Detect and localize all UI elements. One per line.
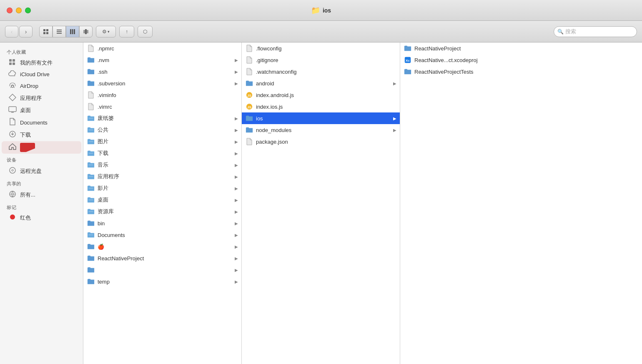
sidebar-item-icloud[interactable]: iCloud Drive bbox=[2, 69, 81, 80]
chevron-down-icon: ▾ bbox=[108, 30, 110, 34]
maximize-button[interactable] bbox=[25, 7, 31, 13]
file-name: ReactNativeProject bbox=[98, 255, 233, 262]
file-row-applications[interactable]: 应用程序▶ bbox=[83, 171, 241, 182]
sidebar-item-desktop[interactable]: 桌面 bbox=[2, 105, 81, 116]
sidebar-item-airdrop[interactable]: AirDrop bbox=[2, 80, 81, 92]
file-row-documents-folder[interactable]: Documents▶ bbox=[83, 229, 241, 241]
minimize-button[interactable] bbox=[16, 7, 22, 13]
sidebar-item-remote-disc[interactable]: 远程光盘 bbox=[2, 165, 81, 177]
chevron-icon: ▶ bbox=[393, 128, 396, 132]
svg-text:JS: JS bbox=[247, 105, 251, 109]
chevron-icon: ▶ bbox=[393, 81, 396, 86]
folder-icon bbox=[87, 242, 95, 251]
chevron-icon: ▶ bbox=[235, 128, 238, 132]
file-row-ssh[interactable]: .ssh▶ bbox=[83, 66, 241, 77]
back-button[interactable]: ‹ bbox=[5, 26, 18, 37]
share-button[interactable]: ↑ bbox=[119, 26, 134, 37]
file-icon bbox=[87, 102, 95, 111]
chevron-icon: ▶ bbox=[393, 116, 396, 121]
file-icon bbox=[87, 44, 95, 52]
nav-group: ‹ › bbox=[5, 26, 33, 37]
action-group-button[interactable]: ⚙ ▾ bbox=[96, 26, 116, 37]
file-row-node-modules[interactable]: node_modules▶ bbox=[242, 124, 400, 136]
file-row-watchmanconfig[interactable]: .watchmanconfig bbox=[242, 66, 400, 77]
file-row-flowconfig[interactable]: .flowconfig bbox=[242, 42, 400, 54]
chevron-icon: ▶ bbox=[235, 116, 238, 121]
view-column-button[interactable] bbox=[66, 26, 79, 37]
view-icon-button[interactable] bbox=[39, 26, 53, 37]
close-button[interactable] bbox=[7, 7, 13, 13]
file-row-vimrc[interactable]: .vimrc bbox=[83, 101, 241, 112]
red-tag-icon bbox=[8, 214, 17, 222]
folder-icon bbox=[404, 67, 412, 76]
chevron-icon: ▶ bbox=[235, 70, 238, 74]
file-row-package-json[interactable]: package.json bbox=[242, 136, 400, 147]
forward-button[interactable]: › bbox=[19, 26, 33, 37]
file-row-music[interactable]: 音乐▶ bbox=[83, 159, 241, 171]
sidebar-item-red-tag[interactable]: 红色 bbox=[2, 212, 81, 223]
file-row-desktop-folder[interactable]: 桌面▶ bbox=[83, 194, 241, 206]
file-row-emoji-folder[interactable]: 🍎▶ bbox=[83, 241, 241, 252]
sidebar-item-downloads[interactable]: 下载 bbox=[2, 129, 81, 141]
folder-special-icon bbox=[87, 207, 95, 216]
file-row-rn-project-folder[interactable]: ReactNativeProject bbox=[400, 42, 642, 54]
column-1: .npmrc.nvm▶.ssh▶.subversion▶.viminfo.vim… bbox=[83, 42, 242, 364]
sidebar: 个人收藏 我的所有文件 iCloud Drive AirDrop 应用程序 bbox=[0, 42, 83, 364]
file-row-trash[interactable]: 废纸篓▶ bbox=[83, 112, 241, 124]
file-row-rn-tests[interactable]: ReactNativeProjectTests bbox=[400, 66, 642, 77]
file-row-react-native-project[interactable]: ReactNativeProject▶ bbox=[83, 252, 241, 264]
folder-special-icon bbox=[87, 196, 95, 204]
search-box[interactable]: 🔍 搜索 bbox=[554, 26, 637, 37]
file-row-index-ios[interactable]: JSindex.ios.js bbox=[242, 101, 400, 112]
sidebar-item-documents[interactable]: Documents bbox=[2, 116, 81, 129]
file-row-rn-xcodeproj[interactable]: XcReactNative...ct.xcodeproj bbox=[400, 54, 642, 66]
gear-icon: ⚙ bbox=[102, 29, 107, 35]
folder-special-icon bbox=[87, 137, 95, 146]
sidebar-item-all-shared[interactable]: 所有... bbox=[2, 189, 81, 201]
svg-rect-1 bbox=[46, 29, 48, 31]
svg-rect-9 bbox=[74, 29, 75, 34]
search-placeholder: 搜索 bbox=[565, 28, 576, 35]
folder-icon bbox=[87, 266, 95, 274]
file-row-subversion[interactable]: .subversion▶ bbox=[83, 77, 241, 89]
home-icon bbox=[8, 143, 17, 152]
file-row-bin[interactable]: bin▶ bbox=[83, 217, 241, 229]
svg-rect-8 bbox=[72, 29, 73, 34]
file-row-redsticker-folder[interactable]: ▶ bbox=[83, 264, 241, 276]
file-icon bbox=[245, 44, 253, 52]
sidebar-label-apps: 应用程序 bbox=[20, 95, 42, 102]
view-list-button[interactable] bbox=[53, 26, 66, 37]
window-title: 📁 ios bbox=[311, 6, 331, 15]
file-row-index-android[interactable]: JSindex.android.js bbox=[242, 89, 400, 101]
folder-icon bbox=[87, 56, 95, 64]
file-row-movies[interactable]: 影片▶ bbox=[83, 182, 241, 194]
sidebar-label-airdrop: AirDrop bbox=[20, 83, 38, 89]
file-row-gitignore[interactable]: .gitignore bbox=[242, 54, 400, 66]
sidebar-item-all-files[interactable]: 我的所有文件 bbox=[2, 57, 81, 69]
file-row-resources[interactable]: 资源库▶ bbox=[83, 206, 241, 217]
folder-special-icon bbox=[87, 114, 95, 122]
svg-rect-13 bbox=[9, 59, 12, 62]
file-row-temp[interactable]: temp▶ bbox=[83, 276, 241, 287]
sidebar-item-apps[interactable]: 应用程序 bbox=[2, 92, 81, 105]
titlebar: 📁 ios bbox=[0, 0, 642, 21]
chevron-icon: ▶ bbox=[235, 268, 238, 272]
file-row-downloads-folder[interactable]: 下载▶ bbox=[83, 147, 241, 159]
sidebar-label-downloads: 下载 bbox=[20, 131, 31, 139]
tag-button[interactable]: ⬡ bbox=[138, 26, 153, 37]
file-row-viminfo[interactable]: .viminfo bbox=[83, 89, 241, 101]
file-row-npmrc[interactable]: .npmrc bbox=[83, 42, 241, 54]
chevron-icon: ▶ bbox=[235, 163, 238, 167]
file-row-ios[interactable]: ios▶ bbox=[242, 112, 400, 124]
svg-rect-15 bbox=[9, 62, 12, 65]
svg-rect-4 bbox=[57, 30, 62, 30]
file-row-android[interactable]: android▶ bbox=[242, 77, 400, 89]
svg-rect-11 bbox=[85, 29, 87, 34]
share-icon: ↑ bbox=[125, 29, 128, 35]
view-coverflow-button[interactable] bbox=[79, 26, 93, 37]
file-row-public[interactable]: 公共▶ bbox=[83, 124, 241, 136]
sidebar-item-home[interactable] bbox=[2, 141, 81, 154]
svg-rect-16 bbox=[13, 62, 15, 65]
file-row-nvm[interactable]: .nvm▶ bbox=[83, 54, 241, 66]
file-row-pictures[interactable]: 图片▶ bbox=[83, 136, 241, 147]
